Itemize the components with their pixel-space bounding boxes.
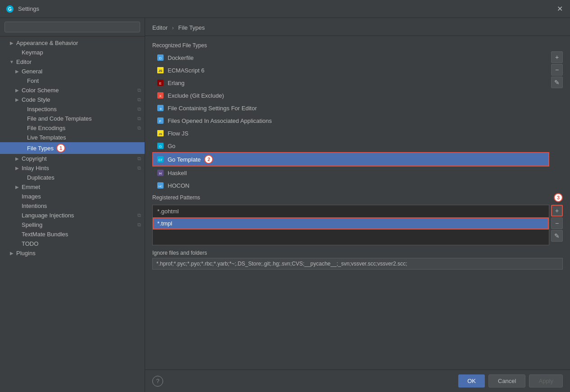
file-type-label: Go Template (168, 156, 201, 163)
sidebar-item-language-injections[interactable]: ▶ Language Injections ⧉ (0, 211, 145, 220)
sidebar-item-file-encodings[interactable]: ▶ File Encodings ⧉ (0, 123, 145, 133)
file-type-label: File Containing Settings For Editor (168, 105, 257, 112)
file-type-file-settings[interactable]: ⚙ File Containing Settings For Editor (152, 102, 549, 114)
svg-text:HC: HC (159, 185, 163, 188)
ignore-section: Ignore files and folders (145, 245, 570, 270)
sidebar-item-emmet[interactable]: ▶ Emmet (0, 182, 145, 192)
sidebar-item-label: Plugins (16, 250, 36, 257)
sidebar-item-file-templates[interactable]: ▶ File and Code Templates ⧉ (0, 114, 145, 123)
bottom-left: ? (152, 376, 163, 387)
file-type-ecmascript[interactable]: JS ECMAScript 6 (152, 64, 549, 77)
ignore-files-input[interactable] (152, 258, 563, 270)
sidebar-tree: ▶ Appearance & Behavior ▶ Keymap ▼ Edito… (0, 36, 145, 392)
sidebar-item-images[interactable]: ▶ Images (0, 192, 145, 201)
sidebar-item-plugins[interactable]: ▶ Plugins (0, 248, 145, 258)
annotation-2: 2 (204, 155, 213, 164)
file-type-hocon[interactable]: HC HOCON (152, 179, 549, 189)
arrow-icon: ▶ (9, 251, 14, 256)
remove-pattern-button[interactable]: − (551, 217, 563, 229)
registered-patterns-label: Registered Patterns (152, 194, 200, 201)
file-type-label: Flow JS (168, 130, 188, 137)
apply-button[interactable]: Apply (529, 374, 563, 387)
go-template-icon: GT (157, 156, 164, 163)
copy-icon: ⧉ (137, 125, 141, 131)
svg-text:F: F (160, 119, 162, 123)
sidebar-item-label: TextMate Bundles (22, 231, 68, 238)
file-types-side-buttons: + − ✎ (551, 51, 563, 189)
ok-button[interactable]: OK (458, 374, 485, 387)
sidebar-item-editor[interactable]: ▼ Editor (0, 57, 145, 67)
sidebar-item-label: Images (22, 193, 41, 200)
edit-pattern-button[interactable]: ✎ (551, 230, 563, 242)
title-bar: G Settings ✕ (0, 0, 570, 18)
sidebar-item-label: General (22, 68, 42, 75)
sidebar-item-inlay-hints[interactable]: ▶ Inlay Hints ⧉ (0, 163, 145, 173)
files-opened-icon: F (157, 117, 164, 124)
bottom-right: OK Cancel Apply (458, 374, 563, 387)
pattern-gohtml[interactable]: *.gohtml (153, 205, 549, 217)
file-type-label: ECMAScript 6 (168, 67, 205, 74)
breadcrumb-separator: › (172, 24, 174, 31)
file-type-dockerfile[interactable]: D Dockerfile (152, 51, 549, 64)
cancel-button[interactable]: Cancel (488, 374, 525, 387)
sidebar-item-file-types[interactable]: ▶ File Types 1 (0, 142, 145, 154)
arrow-icon: ▶ (14, 69, 20, 74)
app-icon: G (5, 5, 14, 14)
arrow-icon: ▼ (9, 59, 14, 65)
arrow-icon: ▶ (14, 156, 20, 162)
sidebar-item-intentions[interactable]: ▶ Intentions (0, 201, 145, 211)
arrow-icon: ▶ (9, 41, 14, 46)
sidebar-item-appearance[interactable]: ▶ Appearance & Behavior (0, 38, 145, 48)
copy-icon: ⧉ (137, 156, 141, 162)
file-type-exclude-git[interactable]: X Exclude (Git Exclude) (152, 89, 549, 102)
settings-window: G Settings ✕ ▶ Appearance & Behavior ▶ K… (0, 0, 570, 392)
hocon-icon: HC (157, 182, 164, 189)
sidebar-item-label: Keymap (22, 49, 43, 56)
file-type-erlang[interactable]: E Erlang (152, 77, 549, 89)
file-type-go-template[interactable]: GT Go Template 2 (152, 152, 549, 167)
copy-icon: ⧉ (137, 106, 141, 112)
copy-icon: ⧉ (137, 222, 141, 228)
file-type-files-opened[interactable]: F Files Opened In Associated Application… (152, 114, 549, 127)
help-button[interactable]: ? (152, 376, 163, 387)
sidebar: ▶ Appearance & Behavior ▶ Keymap ▼ Edito… (0, 18, 145, 392)
sidebar-item-spelling[interactable]: ▶ Spelling ⧉ (0, 220, 145, 230)
sidebar-item-live-templates[interactable]: ▶ Live Templates (0, 133, 145, 142)
svg-text:X: X (159, 94, 162, 98)
edit-file-type-button[interactable]: ✎ (551, 77, 563, 88)
close-button[interactable]: ✕ (555, 3, 565, 15)
flow-js-icon: JS (157, 130, 164, 137)
sidebar-item-textmate[interactable]: ▶ TextMate Bundles (0, 230, 145, 239)
sidebar-item-duplicates[interactable]: ▶ Duplicates (0, 173, 145, 182)
sidebar-item-keymap[interactable]: ▶ Keymap (0, 48, 145, 57)
breadcrumb: Editor › File Types (145, 18, 570, 36)
sidebar-item-label: Color Scheme (22, 87, 59, 94)
file-type-haskell[interactable]: H Haskell (152, 167, 549, 179)
sidebar-item-label: Spelling (22, 221, 42, 228)
recognized-file-types-label: Recognized File Types (145, 41, 570, 51)
search-box (0, 18, 145, 36)
file-type-flow-js[interactable]: JS Flow JS (152, 127, 549, 140)
file-types-list[interactable]: D Dockerfile JS ECMAScript 6 (152, 51, 549, 189)
copy-icon: ⧉ (137, 116, 141, 122)
file-type-go[interactable]: G Go (152, 140, 549, 152)
annotation-3: 3 (554, 193, 563, 202)
sidebar-item-code-style[interactable]: ▶ Code Style ⧉ (0, 95, 145, 104)
sidebar-item-todo[interactable]: ▶ TODO (0, 239, 145, 248)
add-file-type-button[interactable]: + (551, 51, 563, 63)
sidebar-item-inspections[interactable]: ▶ Inspections ⧉ (0, 104, 145, 114)
sidebar-item-label: Duplicates (27, 174, 55, 181)
svg-text:H: H (159, 171, 162, 176)
patterns-side-buttons: + − ✎ (551, 205, 563, 242)
file-type-label: Erlang (168, 80, 185, 86)
add-pattern-button[interactable]: + (551, 205, 563, 216)
sidebar-item-font[interactable]: ▶ Font (0, 76, 145, 86)
sidebar-item-copyright[interactable]: ▶ Copyright ⧉ (0, 154, 145, 163)
sidebar-item-general[interactable]: ▶ General (0, 67, 145, 76)
search-input[interactable] (5, 22, 140, 32)
remove-file-type-button[interactable]: − (551, 64, 563, 76)
pattern-tmpl[interactable]: *.tmpl (153, 217, 549, 230)
pattern-label: *.tmpl (157, 220, 172, 227)
sidebar-item-color-scheme[interactable]: ▶ Color Scheme ⧉ (0, 86, 145, 95)
go-icon: G (157, 142, 164, 149)
